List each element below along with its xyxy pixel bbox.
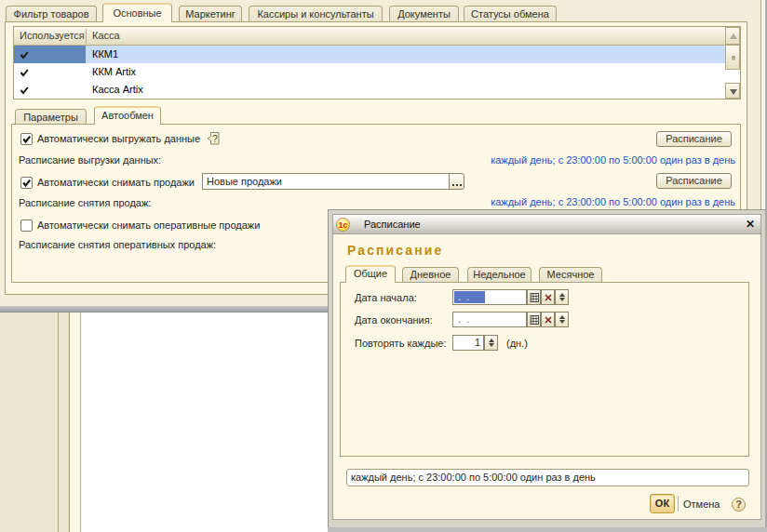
svg-text:?: ? (212, 134, 218, 144)
